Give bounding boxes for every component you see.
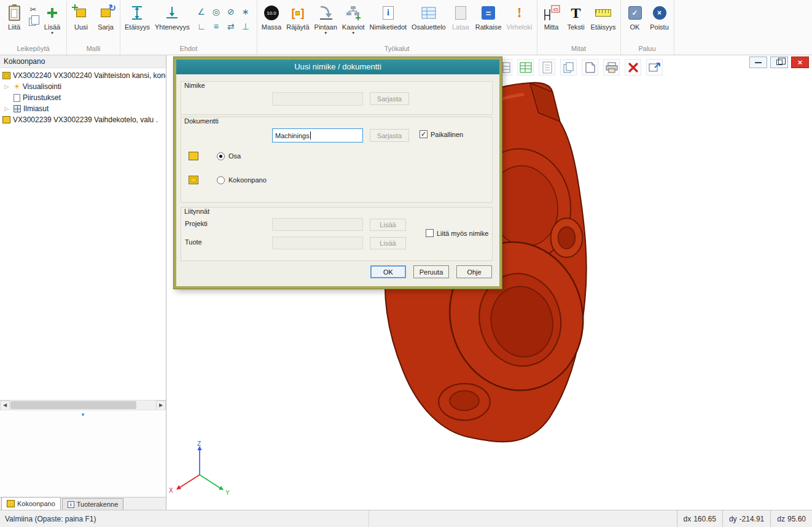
ok-check-icon: ✓ [625, 3, 645, 23]
dokumentti-sarjasta-button[interactable]: Sarjasta [370, 129, 409, 142]
dokumentti-group-label: Dokumentti [184, 117, 219, 125]
projekti-lisaa-button[interactable]: Lisää [370, 219, 406, 231]
dialog-ohje-button[interactable]: Ohje [456, 265, 492, 278]
copy-icon[interactable] [28, 17, 39, 26]
ratkaise-button[interactable]: = Ratkaise [473, 1, 504, 31]
error-log-icon: ! [510, 3, 529, 23]
angle-constraint-icon[interactable]: ∠ [195, 5, 208, 18]
status-bar: Valmiina (Opaste: paina F1) dx 160.65 dy… [0, 510, 812, 527]
corner-constraint-icon[interactable]: ∟ [195, 20, 208, 33]
constraint-icon-grid: ∠ ◎ ⊘ ∗ ∟ ≡ ⇄ ⊥ [195, 5, 252, 33]
etaisyys-mitta-button[interactable]: Etäisyys [588, 1, 619, 31]
cut-icon[interactable]: ✂ [28, 4, 39, 14]
copy-pages-icon[interactable] [560, 59, 577, 76]
text-icon: T [566, 3, 586, 23]
projekti-input[interactable] [272, 218, 363, 231]
liita-myos-checkbox-row[interactable]: Liitä myös nimike [426, 229, 488, 237]
sarja-button[interactable]: ↻ Sarja [93, 1, 118, 31]
ribbon-group-leikepoyta: Liitä ✂ Lisää ▾ Leikepöytä [0, 0, 67, 55]
tab-tuoterakenne[interactable]: i Tuoterakenne [62, 498, 123, 510]
document-icon[interactable] [539, 59, 555, 76]
concentric-constraint-icon[interactable]: ◎ [209, 5, 223, 18]
printer-icon[interactable] [603, 59, 620, 76]
lataa-button[interactable]: Lataa [448, 1, 473, 31]
expand-arrow-icon[interactable]: ▷ [2, 84, 11, 90]
kokoonpano-radio[interactable] [217, 176, 225, 184]
tuote-input[interactable] [272, 236, 363, 249]
kaaviot-button[interactable]: Kaaviot ▾ [340, 1, 367, 36]
nimike-group-label: Nimike [184, 82, 205, 89]
paikallinen-checkbox[interactable]: ✓ [420, 130, 427, 138]
massa-button[interactable]: 10.0 Massa [259, 1, 284, 31]
page-flip-icon[interactable] [582, 59, 598, 76]
product-structure-icon: i [68, 501, 74, 508]
scroll-left-button[interactable]: ◀ [0, 400, 10, 410]
mitta-button[interactable]: 45 Mitta [539, 1, 564, 31]
scrollbar-track[interactable] [10, 400, 156, 410]
ok-ribbon-button[interactable]: ✓ OK [623, 1, 647, 31]
add-plus-icon [42, 3, 62, 23]
dialog-peruuta-button[interactable]: Peruuta [413, 265, 449, 278]
yhtenevyys-button[interactable]: Yhtenevyys [152, 1, 192, 31]
tuote-lisaa-button[interactable]: Lisää [370, 237, 406, 249]
etaisyys-ehto-button[interactable]: Etäisyys [122, 1, 152, 31]
tree-item-root-assembly[interactable]: VX3002240 VX3002240 Vaihteiston kansi, k… [0, 70, 166, 81]
kokoonpano-radio-row[interactable]: Kokoonpano [189, 176, 267, 184]
uusi-button[interactable]: Uusi [69, 1, 93, 31]
ribbon-group-malli: Uusi ↻ Sarja Malli [67, 0, 120, 55]
tangent-constraint-icon[interactable]: ⊘ [224, 5, 238, 18]
assembly-icon [2, 72, 10, 79]
liita-myos-checkbox[interactable] [426, 229, 434, 237]
part-icon [2, 116, 10, 123]
teksti-button[interactable]: T Teksti [564, 1, 588, 31]
horizontal-scrollbar[interactable]: ◀ ▶ [0, 400, 166, 410]
export-window-icon[interactable] [646, 59, 663, 76]
tree-item-part-vx3002239[interactable]: VX3002239 VX3002239 Vaihdekotelo, valu . [0, 114, 166, 125]
tab-kokoonpano[interactable]: Kokoonpano [1, 497, 61, 510]
maximize-button[interactable] [770, 57, 788, 68]
close-button[interactable]: × [791, 57, 809, 68]
assembly-tree: VX3002240 VX3002240 Vaihteiston kansi, k… [0, 68, 166, 400]
pintaan-button[interactable]: Pintaan ▾ [312, 1, 340, 36]
group-label-leikepoyta: Leikepöytä [2, 44, 64, 55]
expand-arrow-icon[interactable]: ▷ [2, 106, 11, 112]
pattern-constraint-icon[interactable]: ∗ [239, 5, 252, 18]
nimike-sarjasta-button[interactable]: Sarjasta [370, 92, 409, 105]
tree-item-visualisointi[interactable]: ▷ ☀ Visualisointi [0, 81, 166, 92]
minimize-icon [755, 62, 762, 63]
group-label-ehdot: Ehdot [122, 44, 255, 55]
nimiketiedot-button[interactable]: i Nimiketiedot [367, 1, 410, 31]
clipboard-paste-icon [4, 3, 24, 23]
new-part-icon [71, 3, 91, 23]
chevron-down-icon: ▾ [51, 31, 53, 36]
nimike-input[interactable] [272, 92, 363, 106]
osa-radio-row[interactable]: Osa [189, 152, 241, 160]
virheloki-button[interactable]: ! Virheloki [504, 1, 535, 31]
poistu-button[interactable]: × Poistu [647, 1, 672, 31]
dialog-title-bar[interactable]: Uusi nimike / dokumentti [176, 60, 499, 74]
lisaa-button[interactable]: Lisää ▾ [40, 1, 64, 36]
svg-text:45: 45 [553, 7, 558, 12]
dialog-ok-button[interactable]: OK [370, 265, 406, 278]
drawings-icon [14, 94, 20, 102]
scrollbar-thumb[interactable] [10, 401, 136, 409]
rajayta-button[interactable]: [] Räjäytä [284, 1, 311, 31]
osaluettelo-button[interactable]: Osaluettelo [409, 1, 448, 31]
tree-item-piirustukset[interactable]: Piirustukset [0, 92, 166, 103]
table-green-icon[interactable] [517, 59, 534, 76]
equal-constraint-icon[interactable]: ⇄ [224, 20, 238, 33]
scroll-right-button[interactable]: ▶ [156, 400, 166, 410]
perpendicular-constraint-icon[interactable]: ⊥ [239, 20, 252, 33]
minimize-button[interactable] [749, 57, 767, 68]
liita-button[interactable]: Liitä [2, 1, 26, 31]
dialog-body: Nimike Sarjasta Dokumentti Machinings Sa… [176, 74, 499, 286]
dokumentti-input[interactable]: Machinings [272, 128, 363, 142]
delete-red-icon[interactable] [625, 59, 641, 76]
paikallinen-checkbox-row[interactable]: ✓ Paikallinen [420, 130, 463, 138]
distance-constraint-icon [127, 3, 147, 23]
ribbon-group-mitat: 45 Mitta T Teksti Etäisyys Mitat [537, 0, 621, 55]
lower-empty-pane: ▾ [0, 410, 166, 497]
tree-item-ilmiasut[interactable]: ▷ Ilmiasut [0, 103, 166, 114]
osa-radio[interactable] [217, 152, 225, 160]
parallel-constraint-icon[interactable]: ≡ [209, 20, 223, 33]
